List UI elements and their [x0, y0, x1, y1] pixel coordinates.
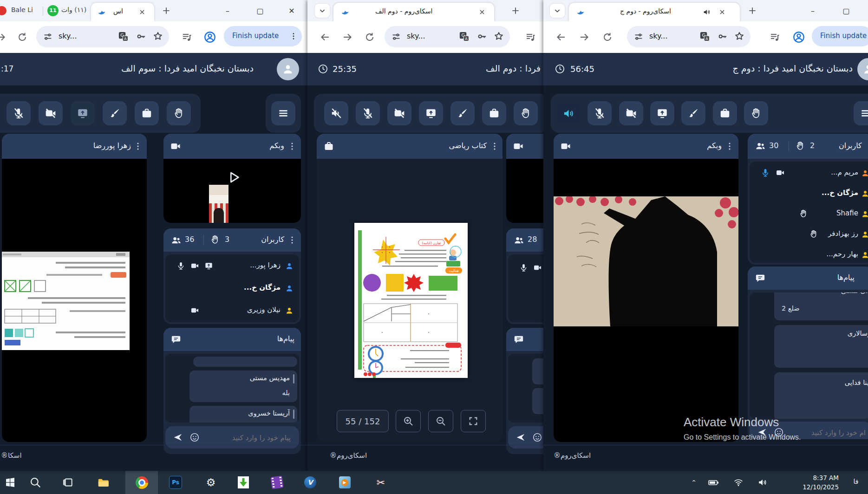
settings-button[interactable]: ⚙: [204, 476, 217, 489]
user-row[interactable]: بهار رحم...: [750, 244, 868, 263]
tab-active-skyroom[interactable]: اسکای‌روم - دوم ج: [569, 3, 740, 21]
maximize-button[interactable]: ▢: [837, 5, 855, 18]
mic-button[interactable]: [587, 101, 612, 125]
tab-search-button[interactable]: [550, 4, 565, 18]
webcam-kebab-icon[interactable]: [724, 141, 735, 151]
reading-list-icon[interactable]: [181, 32, 192, 43]
user-row[interactable]: رز بهزادفر: [750, 224, 868, 244]
avatar[interactable]: [277, 58, 299, 80]
tab-search-button[interactable]: [315, 4, 330, 18]
profile-icon[interactable]: [203, 31, 216, 44]
tab-active-skyroom[interactable]: اسکای‌روم - دوم الف: [333, 3, 494, 21]
tab-active-skyroom[interactable]: اس: [91, 3, 154, 21]
maximize-button[interactable]: ▢: [251, 5, 269, 18]
close-window-button[interactable]: ✕: [282, 5, 301, 18]
new-tab-icon[interactable]: [511, 6, 520, 15]
battery-tray-icon[interactable]: [707, 476, 720, 489]
reading-list-icon[interactable]: [525, 32, 536, 43]
tab-close-icon[interactable]: [718, 8, 726, 16]
menu-button[interactable]: [271, 101, 295, 125]
camera-icon[interactable]: [776, 168, 785, 177]
messages-list[interactable]: مهدیس مستی بله آریستا خسروی: [165, 354, 299, 422]
snipping-tool-button[interactable]: ✂: [374, 476, 387, 489]
users-list[interactable]: مریم م... مژگان خ... Shafie رز به: [750, 162, 868, 263]
media-player-button[interactable]: ▶: [338, 476, 351, 489]
speaker-button[interactable]: [324, 101, 348, 125]
board-button[interactable]: [135, 101, 159, 125]
omnibox[interactable]: sky...: [385, 26, 510, 47]
camera-icon[interactable]: [190, 306, 199, 315]
reading-list-icon[interactable]: [769, 32, 780, 43]
menu-button[interactable]: [854, 101, 868, 125]
message-input[interactable]: [781, 422, 867, 439]
mic-icon[interactable]: [176, 261, 185, 270]
tab-whatsapp[interactable]: (۱۱) وات: [61, 6, 86, 13]
bookmark-star-icon[interactable]: [152, 31, 163, 42]
camera-button[interactable]: [619, 101, 643, 125]
camera-icon[interactable]: [190, 261, 199, 270]
draw-button[interactable]: [450, 101, 475, 125]
screenshare-button[interactable]: [650, 101, 674, 125]
file-explorer-button[interactable]: [97, 476, 110, 489]
profile-icon[interactable]: [792, 31, 805, 44]
forward-icon[interactable]: [0, 32, 7, 43]
update-kebab-icon[interactable]: [289, 32, 298, 41]
screenshare-button[interactable]: [419, 101, 443, 125]
zoom-out-button[interactable]: [428, 410, 453, 432]
emoji-icon[interactable]: [189, 432, 200, 442]
camera-icon[interactable]: [533, 263, 542, 272]
translate-icon[interactable]: [118, 31, 129, 42]
draw-button[interactable]: [681, 101, 705, 125]
site-settings-icon[interactable]: [633, 32, 644, 42]
chrome-button[interactable]: [135, 476, 148, 489]
back-icon[interactable]: [320, 32, 331, 43]
finish-update-button[interactable]: Finish update: [812, 26, 868, 46]
user-row[interactable]: مریم م...: [750, 162, 868, 183]
language-indicator[interactable]: فا: [848, 478, 864, 485]
screenshare-icon[interactable]: [204, 261, 213, 270]
mic-icon[interactable]: [761, 168, 770, 177]
book-page-image[interactable]: تقارن (ادامه) فعالیت: [354, 223, 468, 378]
password-key-icon[interactable]: [717, 31, 728, 42]
mic-button[interactable]: [356, 101, 380, 125]
volume-tray-icon[interactable]: [756, 476, 769, 489]
media-converter-button[interactable]: [270, 476, 283, 489]
finish-update-button[interactable]: Finish update: [224, 26, 302, 46]
v-app-button[interactable]: V: [304, 476, 317, 489]
new-tab-icon[interactable]: [162, 6, 171, 15]
tab-close-icon[interactable]: [478, 8, 486, 16]
webcam-kebab-icon[interactable]: [287, 141, 297, 151]
tab-close-icon[interactable]: [138, 8, 146, 16]
send-icon[interactable]: [757, 427, 767, 437]
translate-icon[interactable]: [699, 31, 710, 42]
zoom-in-button[interactable]: [396, 410, 421, 432]
password-key-icon[interactable]: [136, 31, 146, 42]
reload-icon[interactable]: [602, 32, 613, 43]
download-manager-button[interactable]: [237, 476, 250, 489]
users-kebab-icon[interactable]: [287, 235, 297, 245]
tray-expand-button[interactable]: ⌃: [687, 476, 700, 489]
user-row[interactable]: Shafie: [750, 203, 868, 224]
mic-icon[interactable]: [519, 263, 528, 272]
photoshop-button[interactable]: Ps: [169, 476, 182, 489]
reload-icon[interactable]: [364, 32, 375, 43]
emoji-icon[interactable]: [532, 432, 542, 442]
user-row[interactable]: [508, 257, 543, 279]
new-tab-icon[interactable]: [748, 6, 757, 15]
network-tray-icon[interactable]: [732, 476, 745, 489]
camera-button[interactable]: [39, 101, 63, 125]
fullscreen-button[interactable]: [461, 410, 486, 432]
user-row[interactable]: مژگان خ...: [750, 183, 868, 203]
message-input[interactable]: [202, 426, 292, 449]
task-view-button[interactable]: [61, 476, 74, 489]
raise-hand-button[interactable]: [514, 101, 538, 125]
messages-list[interactable]: [508, 354, 543, 422]
taskbar-search-button[interactable]: [29, 476, 42, 489]
omnibox[interactable]: sky...: [627, 26, 751, 47]
forward-icon[interactable]: [342, 32, 353, 43]
taskbar-clock[interactable]: 8:37 AM 12/10/2025: [785, 473, 839, 492]
bookmark-star-icon[interactable]: [734, 31, 745, 42]
speaker-button[interactable]: [556, 101, 581, 125]
user-row[interactable]: زهرا پور...: [165, 255, 299, 277]
messages-list[interactable]: ـودی مستی ضلع 2 رزسالاری آوینا فدایی: [750, 292, 868, 419]
